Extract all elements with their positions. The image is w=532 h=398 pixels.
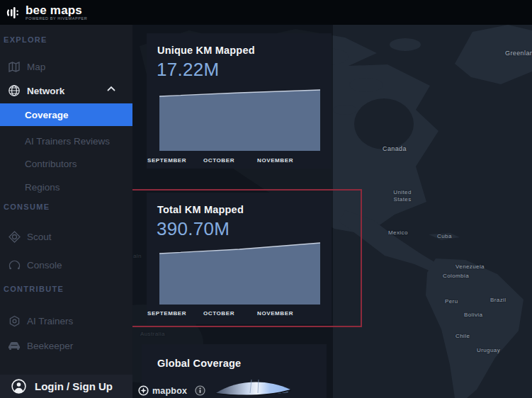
x-tick-november: NOVEMBER bbox=[257, 157, 293, 164]
sidebar-item-label: Console bbox=[27, 260, 62, 271]
sidebar-item-contributors[interactable]: Contributors bbox=[0, 155, 132, 172]
map-label-chile: Chile bbox=[455, 333, 470, 339]
top-bar: bee maps powered by hivemapper bbox=[0, 0, 532, 25]
car-icon bbox=[8, 339, 21, 352]
map-label-peru: Peru bbox=[445, 298, 458, 305]
bee-maps-app: Greenland Canada United States Mexico Cu… bbox=[0, 0, 532, 398]
card-total-km-mapped: Total KM Mapped 390.70M SEPTEMBER OCTOBE… bbox=[147, 193, 332, 324]
x-tick-october: OCTOBER bbox=[203, 310, 234, 317]
map-label-bolivia: Bolivia bbox=[464, 312, 482, 318]
brand-tagline: powered by hivemapper bbox=[26, 16, 87, 21]
mapbox-logo-icon[interactable] bbox=[138, 385, 149, 396]
area-fill bbox=[159, 90, 320, 151]
map-label-greenland: Greenland bbox=[505, 50, 532, 57]
attribution-info-button[interactable] bbox=[195, 385, 205, 396]
map-label-uruguay: Uruguay bbox=[477, 347, 500, 353]
sidebar-item-label: Contributors bbox=[25, 159, 77, 169]
login-label: Login / Sign Up bbox=[35, 380, 113, 392]
sidebar-item-label: Beekeeper bbox=[27, 341, 73, 351]
ai-chip-icon bbox=[8, 314, 21, 327]
map-icon bbox=[8, 60, 21, 73]
unique-km-area-chart bbox=[159, 89, 320, 151]
sidebar-item-scout[interactable]: Scout bbox=[0, 229, 132, 244]
globe-dome-graphic bbox=[215, 377, 293, 396]
info-icon bbox=[195, 385, 205, 396]
card-title: Global Coverage bbox=[157, 358, 241, 369]
sidebar-item-label: Network bbox=[27, 86, 64, 96]
map-label-united-states: United States bbox=[385, 189, 419, 203]
x-tick-october: OCTOBER bbox=[203, 157, 234, 164]
sidebar-item-label: Coverage bbox=[25, 110, 69, 120]
login-signup-button[interactable]: Login / Sign Up bbox=[0, 375, 132, 398]
x-tick-september: SEPTEMBER bbox=[147, 310, 186, 317]
globe-icon bbox=[8, 84, 21, 97]
x-tick-november: NOVEMBER bbox=[257, 310, 293, 317]
map-attribution: mapbox bbox=[138, 385, 205, 396]
map-label-venezuela: Venezuela bbox=[455, 263, 485, 270]
card-unique-km-mapped: Unique KM Mapped 17.22M SEPTEMBER OCTOBE… bbox=[147, 33, 332, 169]
section-header-explore: EXPLORE bbox=[4, 35, 47, 44]
map-label-cuba: Cuba bbox=[437, 233, 452, 239]
card-metric-value: 17.22M bbox=[157, 59, 220, 81]
sidebar-nav: EXPLORE Map Network Coverage AI Trainers… bbox=[0, 25, 132, 398]
sidebar-item-label: Map bbox=[27, 62, 45, 72]
section-header-contribute: CONTRIBUTE bbox=[4, 285, 64, 293]
sidebar-item-map[interactable]: Map bbox=[0, 59, 132, 74]
map-label-canada: Canada bbox=[383, 145, 407, 152]
sidebar-item-coverage[interactable]: Coverage bbox=[0, 103, 132, 126]
sidebar-item-beekeeper[interactable]: Beekeeper bbox=[0, 338, 132, 353]
user-avatar-icon bbox=[11, 379, 26, 394]
brand-block[interactable]: bee maps powered by hivemapper bbox=[26, 4, 87, 21]
sidebar-item-network[interactable]: Network bbox=[0, 83, 132, 98]
map-label-mexico: Mexico bbox=[388, 229, 408, 236]
map-label-brazil: Brazil bbox=[490, 297, 506, 303]
sidebar-item-label: AI Trainers Reviews bbox=[25, 136, 110, 147]
scout-icon bbox=[8, 230, 21, 243]
brand-name: bee maps bbox=[26, 4, 87, 16]
sidebar-item-label: Scout bbox=[27, 232, 52, 242]
sidebar-item-regions[interactable]: Regions bbox=[0, 178, 132, 195]
sidebar-item-console[interactable]: Console bbox=[0, 257, 132, 273]
card-metric-value: 390.70M bbox=[157, 218, 230, 240]
chevron-up-icon[interactable] bbox=[107, 86, 115, 91]
sidebar-item-label: Regions bbox=[25, 182, 60, 193]
bee-maps-logo-icon bbox=[6, 4, 21, 21]
sidebar-item-ai-trainers[interactable]: AI Trainers bbox=[0, 313, 132, 329]
console-icon bbox=[8, 258, 21, 271]
sidebar-item-label: AI Trainers bbox=[27, 316, 73, 326]
card-title: Unique KM Mapped bbox=[157, 45, 255, 56]
section-header-consume: CONSUME bbox=[4, 203, 50, 211]
map-label-colombia: Colombia bbox=[443, 273, 469, 279]
total-km-area-chart bbox=[159, 242, 320, 305]
sidebar-item-ai-trainers-reviews[interactable]: AI Trainers Reviews bbox=[0, 132, 132, 149]
card-title: Total KM Mapped bbox=[157, 204, 244, 215]
x-tick-september: SEPTEMBER bbox=[147, 157, 186, 164]
mapbox-wordmark[interactable]: mapbox bbox=[152, 386, 187, 396]
